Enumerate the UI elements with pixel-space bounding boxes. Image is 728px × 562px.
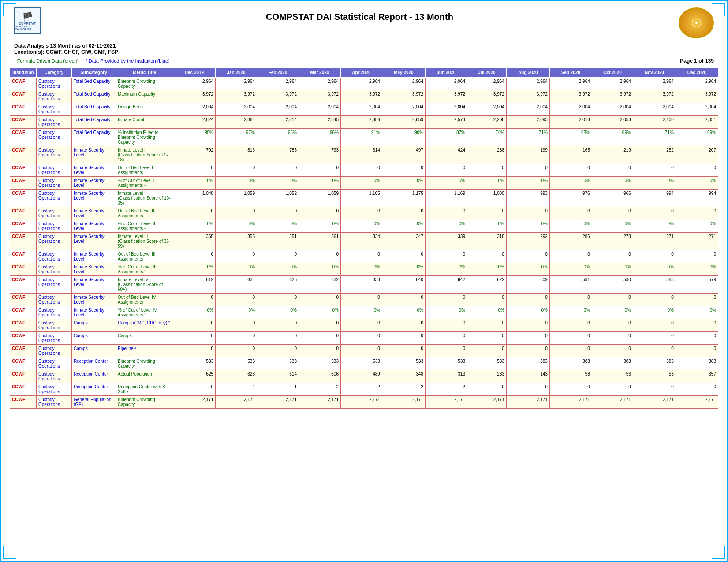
cell-12-16: 0 [676, 250, 718, 263]
cell-9-3: Out of Bed Level II Assignments [116, 207, 173, 220]
col-header-5: Jan 2020 [216, 68, 257, 78]
cell-19-8: 0 [340, 345, 382, 357]
cell-23-0: CCWF [10, 396, 37, 409]
cell-16-6: 0% [257, 306, 299, 319]
cell-19-9: 0 [382, 345, 425, 357]
cell-13-14: 0% [592, 263, 633, 276]
cell-19-11: 0 [467, 345, 506, 357]
cell-3-3: Inmate Count [116, 116, 173, 129]
cell-23-6: 2,171 [257, 396, 299, 409]
cell-7-9: 0% [382, 177, 425, 190]
logo-icon: 🏴 [22, 11, 33, 22]
cell-5-8: 614 [340, 146, 382, 164]
cell-14-9: 640 [382, 276, 425, 294]
cell-15-16: 0 [676, 294, 718, 306]
cell-20-14: 383 [592, 357, 633, 370]
cell-23-5: 2,171 [216, 396, 257, 409]
cell-8-15: 994 [633, 190, 676, 207]
cell-22-8: 2 [340, 383, 382, 396]
cell-3-9: 2,659 [382, 116, 425, 129]
table-row: CCWFCustody OperationsGeneral Population… [10, 396, 718, 409]
cell-11-2: Inmate Security Level [72, 233, 116, 250]
cell-11-1: Custody Operations [37, 233, 72, 250]
cell-8-4: 1,048 [173, 190, 216, 207]
cell-17-7: 0 [299, 319, 340, 332]
cell-16-7: 0% [299, 306, 340, 319]
cell-15-14: 0 [592, 294, 633, 306]
cell-8-13: 976 [549, 190, 592, 207]
cell-15-5: 0 [216, 294, 257, 306]
cell-8-2: Inmate Security Level [72, 190, 116, 207]
cell-3-11: 2,208 [467, 116, 506, 129]
cell-17-13: 0 [549, 319, 592, 332]
cell-19-1: Custody Operations [37, 345, 72, 357]
cell-21-2: Reception Center [72, 370, 116, 383]
cell-23-8: 2,171 [340, 396, 382, 409]
cell-2-12: 2,004 [506, 103, 549, 116]
cell-5-6: 786 [257, 146, 299, 164]
cell-3-10: 2,574 [425, 116, 467, 129]
cell-1-5: 3,972 [216, 90, 257, 103]
cell-7-8: 0% [340, 177, 382, 190]
cell-18-3: Camps [116, 332, 173, 345]
corner-tr [712, 3, 725, 16]
cell-22-11: 0 [467, 383, 506, 396]
cell-15-9: 0 [382, 294, 425, 306]
table-row: CCWFCustody OperationsTotal Bed Capacity… [10, 116, 718, 129]
cell-1-1: Custody Operations [37, 90, 72, 103]
cell-8-11: 1,030 [467, 190, 506, 207]
table-row: CCWFCustody OperationsReception CenterAc… [10, 370, 718, 383]
cell-20-4: 533 [173, 357, 216, 370]
cell-6-9: 0 [382, 164, 425, 177]
cell-22-6: 1 [257, 383, 299, 396]
cell-9-16: 0 [676, 207, 718, 220]
cell-14-0: CCWF [10, 276, 37, 294]
cell-1-14: 3,972 [592, 90, 633, 103]
cell-14-14: 590 [592, 276, 633, 294]
cell-7-12: 0% [506, 177, 549, 190]
cell-20-10: 533 [425, 357, 467, 370]
cell-7-16: 0% [676, 177, 718, 190]
cell-17-10: 0 [425, 319, 467, 332]
cell-23-12: 2,171 [506, 396, 549, 409]
cell-14-16: 579 [676, 276, 718, 294]
cell-0-12: 2,964 [506, 78, 549, 90]
cell-11-3: Inmate Level III (Classification Score o… [116, 233, 173, 250]
cell-11-0: CCWF [10, 233, 37, 250]
cell-8-12: 993 [506, 190, 549, 207]
cell-3-14: 2,053 [592, 116, 633, 129]
cell-13-15: 0% [633, 263, 676, 276]
cell-2-2: Total Bed Capacity [72, 103, 116, 116]
cell-10-4: 0% [173, 220, 216, 233]
cell-2-0: CCWF [10, 103, 37, 116]
cell-12-15: 0 [633, 250, 676, 263]
table-row: CCWFCustody OperationsInmate Security Le… [10, 164, 718, 177]
cell-13-13: 0% [549, 263, 592, 276]
cell-10-6: 0% [257, 220, 299, 233]
cell-20-13: 383 [549, 357, 592, 370]
cell-8-7: 1,059 [299, 190, 340, 207]
cell-0-1: Custody Operations [37, 78, 72, 90]
cell-20-2: Reception Center [72, 357, 116, 370]
cell-7-13: 0% [549, 177, 592, 190]
cell-5-7: 793 [299, 146, 340, 164]
cell-0-7: 2,964 [299, 78, 340, 90]
cell-3-15: 2,100 [633, 116, 676, 129]
cell-17-9: 0 [382, 319, 425, 332]
cell-7-5: 0% [216, 177, 257, 190]
cell-3-7: 2,845 [299, 116, 340, 129]
col-header-0: Institution [10, 68, 37, 78]
cell-20-7: 533 [299, 357, 340, 370]
table-row: CCWFCustody OperationsReception CenterBl… [10, 357, 718, 370]
cell-5-4: 792 [173, 146, 216, 164]
col-header-9: May 2020 [382, 68, 425, 78]
cell-15-15: 0 [633, 294, 676, 306]
legend: ¹ Formula Driven Data (green) ² Data Pro… [5, 56, 723, 65]
col-header-4: Dec 2019 [173, 68, 216, 78]
cell-16-12: 0% [506, 306, 549, 319]
cell-4-12: 71% [506, 129, 549, 146]
cell-3-12: 2,093 [506, 116, 549, 129]
cell-15-8: 0 [340, 294, 382, 306]
cell-4-11: 74% [467, 129, 506, 146]
cell-22-15: 0 [633, 383, 676, 396]
